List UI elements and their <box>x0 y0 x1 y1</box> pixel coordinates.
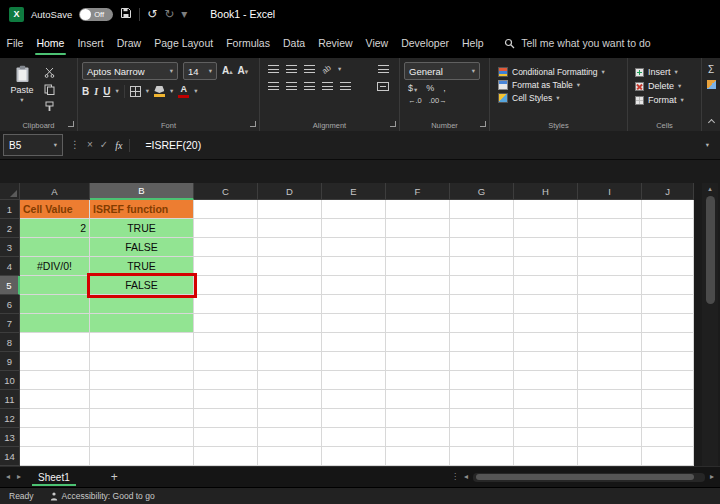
number-format-combo[interactable]: General ▾ <box>404 62 480 80</box>
cell-F8[interactable] <box>386 333 450 352</box>
cell-G13[interactable] <box>450 428 514 447</box>
cell-I13[interactable] <box>578 428 642 447</box>
cell-A10[interactable] <box>20 371 90 390</box>
cell-D7[interactable] <box>258 314 322 333</box>
cell-H13[interactable] <box>514 428 578 447</box>
cell-I10[interactable] <box>578 371 642 390</box>
cell-E6[interactable] <box>322 295 386 314</box>
sheet-tab-sheet1[interactable]: Sheet1 <box>28 467 80 487</box>
scroll-left-icon[interactable]: ◂ <box>464 473 468 481</box>
cell-G8[interactable] <box>450 333 514 352</box>
cell-J3[interactable] <box>642 238 694 257</box>
sort-filter-icon[interactable] <box>707 80 716 89</box>
cell-I6[interactable] <box>578 295 642 314</box>
cell-D6[interactable] <box>258 295 322 314</box>
cell-B10[interactable] <box>90 371 194 390</box>
tab-review[interactable]: Review <box>312 28 359 58</box>
cell-A6[interactable] <box>20 295 90 314</box>
cell-D13[interactable] <box>258 428 322 447</box>
row-header-8[interactable]: 8 <box>0 333 20 352</box>
cell-F9[interactable] <box>386 352 450 371</box>
row-header-11[interactable]: 11 <box>0 390 20 409</box>
insert-function-icon[interactable]: fx <box>115 140 122 151</box>
row-header-14[interactable]: 14 <box>0 447 20 466</box>
cell-A4[interactable]: #DIV/0! <box>20 257 90 276</box>
autosave-toggle[interactable]: Off <box>79 8 113 21</box>
cell-G2[interactable] <box>450 219 514 238</box>
cell-G14[interactable] <box>450 447 514 466</box>
sheet-nav-right-icon[interactable]: ▸ <box>17 473 21 481</box>
row-header-7[interactable]: 7 <box>0 314 20 333</box>
chevron-down-icon[interactable]: ▾ <box>146 88 149 95</box>
align-left-icon[interactable] <box>268 82 279 91</box>
row-header-13[interactable]: 13 <box>0 428 20 447</box>
cell-J8[interactable] <box>642 333 694 352</box>
cell-D4[interactable] <box>258 257 322 276</box>
customize-qat-chevron-icon[interactable]: ▾ <box>181 8 187 20</box>
row-header-10[interactable]: 10 <box>0 371 20 390</box>
cell-A14[interactable] <box>20 447 90 466</box>
cell-H7[interactable] <box>514 314 578 333</box>
cell-A12[interactable] <box>20 409 90 428</box>
tab-insert[interactable]: Insert <box>71 28 110 58</box>
cell-I4[interactable] <box>578 257 642 276</box>
select-all-corner[interactable] <box>0 183 20 200</box>
cell-G7[interactable] <box>450 314 514 333</box>
tab-developer[interactable]: Developer <box>395 28 456 58</box>
cell-C1[interactable] <box>194 200 258 219</box>
decrease-indent-icon[interactable] <box>322 82 333 91</box>
cell-I8[interactable] <box>578 333 642 352</box>
scroll-up-icon[interactable]: ▴ <box>708 185 712 192</box>
cell-F11[interactable] <box>386 390 450 409</box>
horizontal-scrollbar-track[interactable] <box>473 473 705 482</box>
row-header-12[interactable]: 12 <box>0 409 20 428</box>
cell-styles-button[interactable]: Cell Styles▾ <box>494 93 623 103</box>
enter-icon[interactable]: ✓ <box>100 140 108 150</box>
excel-app-icon[interactable]: X <box>9 7 24 22</box>
cell-C3[interactable] <box>194 238 258 257</box>
italic-button[interactable]: I <box>94 87 98 97</box>
cell-I1[interactable] <box>578 200 642 219</box>
undo-icon[interactable]: ↺ <box>147 8 157 20</box>
cell-H12[interactable] <box>514 409 578 428</box>
cell-C6[interactable] <box>194 295 258 314</box>
cell-H2[interactable] <box>514 219 578 238</box>
delete-button[interactable]: Delete▾ <box>632 81 697 91</box>
comma-style-icon[interactable]: , <box>443 83 446 93</box>
redo-icon[interactable]: ↻ <box>164 8 174 20</box>
cancel-icon[interactable]: × <box>87 140 93 150</box>
cell-H4[interactable] <box>514 257 578 276</box>
cell-A1[interactable]: Cell Value <box>20 200 90 219</box>
tab-help[interactable]: Help <box>456 28 491 58</box>
dialog-launcher-icon[interactable] <box>250 121 256 127</box>
chevron-down-icon[interactable]: ▾ <box>338 66 341 73</box>
new-sheet-button[interactable]: + <box>111 471 118 483</box>
cell-B9[interactable] <box>90 352 194 371</box>
cell-H5[interactable] <box>514 276 578 295</box>
collapse-ribbon-icon[interactable] <box>708 119 715 126</box>
cell-B11[interactable] <box>90 390 194 409</box>
middle-align-icon[interactable] <box>286 65 297 74</box>
save-icon[interactable] <box>120 7 132 21</box>
row-header-5[interactable]: 5 <box>0 276 20 295</box>
dialog-launcher-icon[interactable] <box>480 121 486 127</box>
splitter-handle-icon[interactable]: ⋮ <box>451 473 459 481</box>
cell-D10[interactable] <box>258 371 322 390</box>
tab-file[interactable]: File <box>0 28 30 58</box>
cell-D14[interactable] <box>258 447 322 466</box>
tab-page-layout[interactable]: Page Layout <box>148 28 220 58</box>
accessibility-status[interactable]: Accessibility: Good to go <box>50 491 155 501</box>
cell-H9[interactable] <box>514 352 578 371</box>
cell-D3[interactable] <box>258 238 322 257</box>
cell-H11[interactable] <box>514 390 578 409</box>
column-header-F[interactable]: F <box>386 183 450 200</box>
underline-button[interactable]: U <box>103 87 110 97</box>
chevron-down-icon[interactable]: ▾ <box>194 88 197 95</box>
cell-E9[interactable] <box>322 352 386 371</box>
cell-C13[interactable] <box>194 428 258 447</box>
increase-font-size-button[interactable]: A▴ <box>222 66 233 76</box>
tell-me-search[interactable]: Tell me what you want to do <box>504 28 651 58</box>
cell-D1[interactable] <box>258 200 322 219</box>
cell-I11[interactable] <box>578 390 642 409</box>
column-header-B[interactable]: B <box>90 183 194 200</box>
